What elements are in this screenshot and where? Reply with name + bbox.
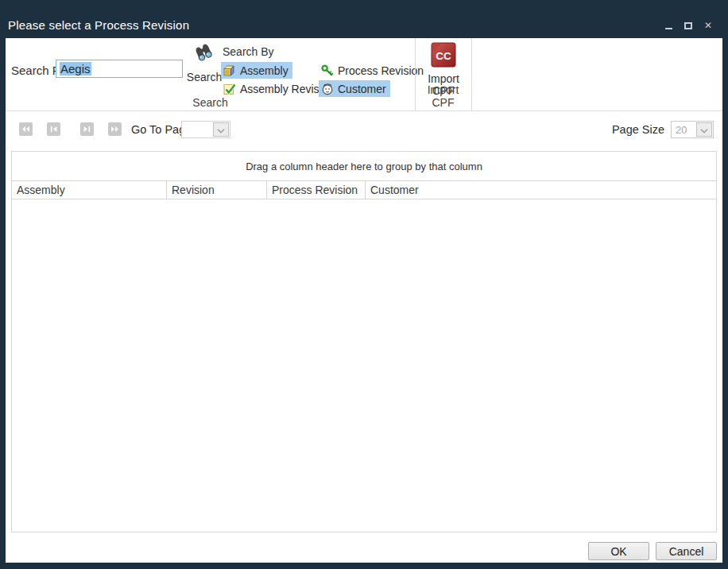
minimize-icon bbox=[665, 28, 672, 29]
next-page-icon bbox=[83, 123, 91, 135]
grid-header-row: Assembly Revision Process Revision Custo… bbox=[12, 181, 716, 199]
customer-face-icon bbox=[321, 83, 334, 95]
ribbon-group-separator bbox=[471, 38, 472, 110]
column-header-revision[interactable]: Revision bbox=[167, 181, 267, 199]
filter-assembly[interactable]: Assembly bbox=[221, 62, 292, 79]
first-page-button[interactable] bbox=[19, 122, 33, 136]
next-page-button[interactable] bbox=[80, 122, 94, 136]
filter-process-revision-label: Process Revision bbox=[338, 64, 424, 77]
filter-process-revision[interactable]: Process Revision bbox=[319, 62, 428, 79]
maximize-button[interactable] bbox=[683, 19, 694, 32]
import-cpf-icon: CC bbox=[431, 42, 456, 71]
column-header-process-revision[interactable]: Process Revision bbox=[267, 181, 366, 199]
search-input[interactable]: Aegis bbox=[56, 60, 183, 78]
ribbon-group-label-search: Search bbox=[6, 96, 415, 109]
page-size-dropdown-button[interactable] bbox=[696, 122, 712, 137]
dialog-content: Search For Aegis bbox=[6, 38, 722, 563]
titlebar[interactable]: Please select a Process Revision ✕ bbox=[0, 0, 728, 38]
ribbon-group-label-import-cpf: Import CPF bbox=[415, 83, 471, 109]
search-button[interactable]: Search bbox=[186, 42, 223, 91]
filter-customer-label: Customer bbox=[338, 83, 386, 95]
svg-text:CC: CC bbox=[436, 50, 451, 62]
page-size-label: Page Size bbox=[612, 123, 664, 136]
cancel-button[interactable]: Cancel bbox=[656, 542, 717, 560]
grid-body-empty bbox=[12, 199, 716, 532]
chevron-down-icon bbox=[217, 124, 225, 136]
go-to-page-dropdown-button[interactable] bbox=[213, 122, 229, 137]
page-size-control: Page Size 20 bbox=[612, 121, 714, 138]
search-button-label: Search bbox=[187, 71, 222, 83]
assembly-revision-icon bbox=[223, 83, 236, 95]
filter-customer[interactable]: Customer bbox=[319, 80, 390, 97]
page-size-value: 20 bbox=[676, 124, 687, 136]
page-size-combobox[interactable]: 20 bbox=[671, 121, 714, 138]
minimize-button[interactable] bbox=[663, 19, 674, 32]
ok-button[interactable]: OK bbox=[588, 542, 649, 560]
filter-assembly-label: Assembly bbox=[240, 64, 288, 77]
group-by-drop-zone[interactable]: Drag a column header here to group by th… bbox=[12, 152, 716, 181]
ribbon: Search For Aegis bbox=[6, 38, 722, 111]
window-title: Please select a Process Revision bbox=[8, 18, 189, 32]
key-icon bbox=[321, 64, 334, 77]
first-page-icon bbox=[21, 123, 30, 135]
binoculars-icon bbox=[192, 42, 216, 68]
close-button[interactable]: ✕ bbox=[703, 19, 714, 32]
search-input-selected-text: Aegis bbox=[60, 62, 91, 75]
last-page-button[interactable] bbox=[108, 122, 122, 136]
column-header-assembly[interactable]: Assembly bbox=[12, 181, 167, 199]
maximize-icon bbox=[684, 22, 692, 29]
previous-page-button[interactable] bbox=[47, 122, 60, 136]
dialog-window: Please select a Process Revision ✕ Searc… bbox=[0, 0, 728, 569]
assembly-icon bbox=[223, 64, 236, 77]
results-grid: Drag a column header here to group by th… bbox=[11, 151, 717, 532]
search-by-label: Search By bbox=[223, 45, 274, 58]
go-to-page-combobox[interactable] bbox=[181, 121, 230, 138]
chevron-down-icon bbox=[700, 124, 708, 136]
window-controls: ✕ bbox=[663, 19, 714, 32]
last-page-icon bbox=[110, 123, 119, 135]
previous-page-icon bbox=[49, 123, 58, 135]
column-header-customer[interactable]: Customer bbox=[366, 181, 716, 199]
